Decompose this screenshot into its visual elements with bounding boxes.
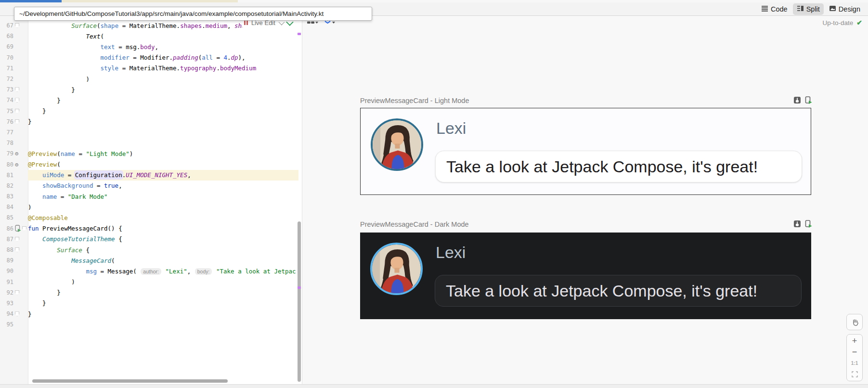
collapse-all-caret-icon: [332, 22, 335, 24]
code-text: showBackground = true,: [28, 182, 122, 189]
line-number: 85: [0, 214, 15, 221]
code-line-79[interactable]: 79⚙@Preview(name = "Light Mode"): [0, 148, 298, 159]
line-number: 92: [0, 289, 15, 296]
code-text: }: [28, 107, 46, 115]
view-options-caret-icon: [315, 22, 318, 24]
code-line-70[interactable]: 70 modifier = Modifier.padding(all = 4.d…: [0, 52, 298, 63]
preview-title-dark: PreviewMessageCard - Dark Mode: [360, 220, 469, 228]
code-line-95[interactable]: 95: [0, 319, 298, 330]
code-line-84[interactable]: 84): [0, 202, 298, 212]
code-text: ): [28, 278, 75, 285]
run-preview-icon[interactable]: [805, 96, 812, 105]
status-strip: [0, 384, 868, 388]
code-line-89[interactable]: 89 MessageCard(: [0, 255, 298, 266]
code-line-77[interactable]: 77: [0, 127, 298, 138]
code-text: ): [28, 204, 32, 211]
line-number: 68: [0, 33, 15, 39]
code-line-72[interactable]: 72 ): [0, 74, 298, 84]
view-mode-split-label: Split: [806, 5, 820, 13]
code-text: name = "Dark Mode": [28, 193, 108, 200]
view-mode-code-button[interactable]: Code: [757, 3, 791, 15]
code-line-68[interactable]: 68 Text(: [0, 31, 298, 41]
code-line-86[interactable]: 86fun PreviewMessageCard() {: [0, 223, 298, 234]
code-view-icon: [761, 5, 768, 13]
line-number: 95: [0, 321, 15, 328]
interactive-preview-icon[interactable]: [793, 96, 801, 105]
code-line-90[interactable]: 90 msg = Message( author: "Lexi", body: …: [0, 266, 298, 276]
code-line-80[interactable]: 80⚙@Preview(: [0, 159, 298, 169]
code-text: ): [28, 76, 90, 83]
code-text: }: [28, 97, 61, 104]
line-number: 74: [0, 97, 15, 103]
code-line-76[interactable]: 76}: [0, 116, 298, 127]
code-text: ComposeTutorialTheme {: [28, 235, 122, 243]
line-number: 86: [0, 225, 15, 232]
editor-horizontal-scrollbar[interactable]: [32, 379, 228, 383]
fold-marker-icon[interactable]: [15, 98, 19, 103]
code-line-74[interactable]: 74 }: [0, 95, 298, 105]
code-line-87[interactable]: 87 ComposeTutorialTheme {: [0, 234, 298, 245]
zoom-in-button[interactable]: +: [847, 336, 862, 347]
code-line-85[interactable]: 85@Composable: [0, 212, 298, 223]
pan-preview-button[interactable]: [846, 314, 863, 330]
line-number: 79: [0, 150, 15, 157]
code-line-81[interactable]: 81 uiMode = Configuration.UI_MODE_NIGHT_…: [0, 170, 298, 181]
code-text: }: [28, 310, 32, 318]
fold-marker-icon[interactable]: [15, 109, 19, 114]
fold-marker-icon[interactable]: [15, 290, 19, 295]
code-editor-pane[interactable]: 67 Surface(shape = MaterialTheme.shapes.…: [0, 16, 302, 384]
line-number: 91: [0, 279, 15, 285]
run-preview-icon[interactable]: [805, 220, 812, 229]
zoom-to-fit-button[interactable]: [847, 369, 862, 380]
view-mode-split-button[interactable]: Split: [793, 3, 824, 15]
preview-zoom-controls: + − 1:1: [846, 334, 863, 381]
preview-sync-status-label: Up-to-date: [822, 19, 853, 26]
live-edit-pause-icon[interactable]: [244, 21, 248, 25]
line-number: 77: [0, 129, 15, 136]
line-number: 94: [0, 310, 15, 317]
code-text: }: [28, 118, 32, 125]
preview-sync-status: Up-to-date ✔: [822, 19, 862, 26]
zoom-actual-size-button[interactable]: 1:1: [847, 358, 862, 369]
code-line-75[interactable]: 75 }: [0, 106, 298, 116]
preview-settings-gear-icon[interactable]: ⚙: [15, 162, 18, 168]
code-line-92[interactable]: 92 }: [0, 287, 298, 298]
code-text: text = msg.body,: [28, 43, 158, 51]
code-line-91[interactable]: 91 ): [0, 277, 298, 287]
view-mode-design-button[interactable]: Design: [825, 3, 864, 15]
code-text: msg = Message( author: "Lexi", body: "Ta…: [28, 268, 296, 275]
preview-settings-gear-icon[interactable]: ⚙: [15, 151, 18, 156]
code-lines[interactable]: 67 Surface(shape = MaterialTheme.shapes.…: [0, 20, 298, 330]
code-line-88[interactable]: 88 Surface {: [0, 245, 298, 255]
line-number: 76: [0, 118, 15, 125]
line-number: 67: [0, 22, 15, 29]
code-line-69[interactable]: 69 text = msg.body,: [0, 41, 298, 52]
code-line-94[interactable]: 94}: [0, 309, 298, 319]
code-line-71[interactable]: 71 style = MaterialTheme.typography.body…: [0, 63, 298, 74]
zoom-out-button[interactable]: −: [847, 347, 862, 358]
code-line-78[interactable]: 78: [0, 138, 298, 148]
fold-marker-icon[interactable]: [15, 311, 19, 316]
line-number: 75: [0, 108, 15, 115]
code-text: modifier = Modifier.padding(all = 4.dp),: [28, 54, 246, 61]
code-text: style = MaterialTheme.typography.bodyMed…: [28, 65, 256, 72]
line-number: 88: [0, 246, 15, 253]
fold-marker-icon[interactable]: [22, 226, 26, 231]
fold-marker-icon[interactable]: [15, 247, 19, 252]
line-number: 80: [0, 161, 15, 168]
preview-title-light: PreviewMessageCard - Light Mode: [360, 97, 469, 104]
interactive-preview-icon[interactable]: [793, 220, 801, 229]
code-line-93[interactable]: 93 }: [0, 298, 298, 309]
up-to-date-check-icon: ✔: [856, 19, 862, 26]
run-preview-gutter-icon[interactable]: [15, 225, 21, 232]
fold-marker-icon[interactable]: [15, 23, 19, 28]
preview-card-dark: Lexi Take a look at Jetpack Compose, it'…: [360, 233, 811, 319]
fold-marker-icon[interactable]: [15, 119, 19, 124]
code-text: fun PreviewMessageCard() {: [28, 225, 122, 232]
code-line-83[interactable]: 83 name = "Dark Mode": [0, 191, 298, 202]
fold-marker-icon[interactable]: [15, 237, 19, 242]
fold-marker-icon[interactable]: [15, 87, 19, 92]
editor-vertical-scrollbar[interactable]: [298, 221, 301, 382]
code-line-73[interactable]: 73 }: [0, 84, 298, 95]
code-line-82[interactable]: 82 showBackground = true,: [0, 181, 298, 191]
